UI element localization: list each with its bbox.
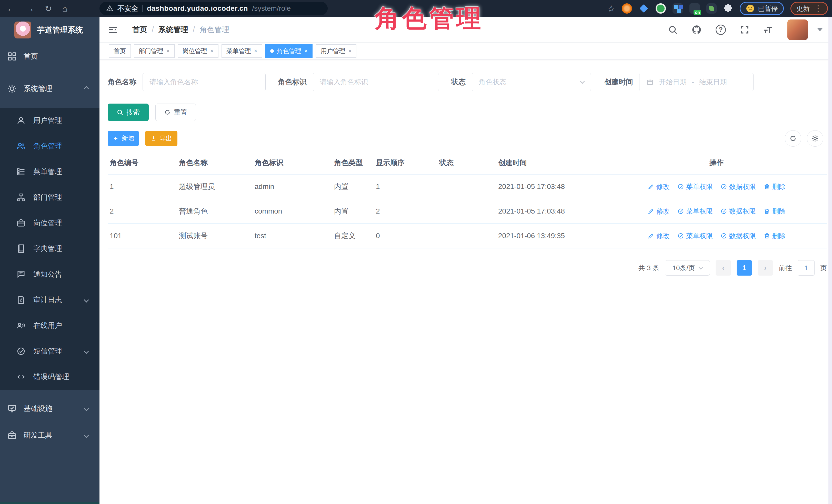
roles-icon (17, 141, 26, 151)
fullscreen-icon[interactable] (740, 25, 749, 35)
cell-role-name: 普通角色 (177, 199, 253, 223)
export-button-label: 导出 (160, 134, 172, 142)
url-host: dashboard.yudao.iocoder.cn (147, 4, 248, 12)
role-name-input[interactable]: 请输入角色名称 (142, 73, 266, 91)
data-permission-link[interactable]: 数据权限 (721, 207, 756, 216)
sidebar-item-error-codes[interactable]: 错误码管理 (0, 364, 100, 390)
avatar-caret-icon[interactable] (817, 28, 823, 31)
breadcrumb-home[interactable]: 首页 (132, 25, 147, 35)
reset-button[interactable]: 重置 (155, 104, 196, 121)
close-icon[interactable]: × (305, 48, 308, 54)
range-separator: - (692, 78, 694, 86)
extension-icon-sprout[interactable] (706, 3, 717, 14)
prev-page-button[interactable]: ‹ (716, 260, 731, 275)
status-select[interactable]: 角色状态 (472, 73, 591, 91)
github-icon[interactable] (692, 25, 702, 35)
role-key-input[interactable]: 请输入角色标识 (313, 73, 439, 91)
sidebar-collapse-icon[interactable] (108, 25, 118, 35)
page-scrollbar[interactable] (828, 17, 832, 504)
help-icon[interactable]: ? (716, 25, 726, 35)
sidebar-item-devtools[interactable]: 研发工具 (0, 422, 100, 449)
tab-roles-active[interactable]: 角色管理 × (265, 44, 313, 58)
sidebar-logo-row[interactable]: 芋道管理系统 (0, 17, 100, 43)
edit-label: 修改 (656, 232, 670, 240)
extensions-puzzle-icon[interactable] (723, 4, 733, 13)
cell-role-id: 2 (108, 199, 177, 223)
delete-label: 删除 (772, 207, 786, 216)
reload-icon[interactable]: ↻ (45, 4, 52, 13)
sidebar-item-posts[interactable]: 岗位管理 (0, 210, 100, 236)
sidebar-item-roles[interactable]: 角色管理 (0, 133, 100, 159)
menu-permission-link[interactable]: 菜单权限 (677, 182, 713, 191)
close-icon[interactable]: × (348, 48, 352, 54)
font-size-icon[interactable] (763, 25, 774, 35)
chevron-down-icon (84, 297, 89, 302)
delete-link[interactable]: 删除 (763, 207, 786, 216)
data-permission-link[interactable]: 数据权限 (721, 182, 756, 191)
sidebar-item-dict[interactable]: 字典管理 (0, 236, 100, 262)
tab-users[interactable]: 用户管理 × (316, 44, 356, 58)
extension-icon-blue-grid[interactable] (673, 3, 683, 14)
search-button[interactable]: 搜索 (108, 104, 149, 121)
edit-link[interactable]: 修改 (648, 232, 670, 240)
date-range-picker[interactable]: 开始日期 - 结束日期 (639, 73, 754, 91)
sidebar-item-notice[interactable]: 通知公告 (0, 262, 100, 287)
address-bar[interactable]: 不安全 dashboard.yudao.iocoder.cn /system/r… (100, 2, 328, 15)
menu-permission-link[interactable]: 菜单权限 (677, 207, 713, 216)
sidebar-item-sms[interactable]: 短信管理 (0, 338, 100, 364)
forward-icon[interactable]: → (26, 4, 34, 13)
sidebar-item-users[interactable]: 用户管理 (0, 108, 100, 133)
user-avatar[interactable] (787, 20, 808, 40)
extension-icon-green[interactable] (656, 3, 666, 14)
extension-icon-orange[interactable] (622, 3, 632, 14)
current-page-button[interactable]: 1 (737, 260, 752, 275)
insecure-label: 不安全 (118, 4, 138, 13)
search-icon[interactable] (668, 25, 678, 35)
back-icon[interactable]: ← (7, 4, 16, 13)
delete-link[interactable]: 删除 (763, 182, 786, 191)
close-icon[interactable]: × (254, 48, 257, 54)
close-icon[interactable]: × (210, 48, 214, 54)
book-icon (17, 244, 26, 253)
tab-home[interactable]: 首页 (109, 44, 131, 58)
data-permission-link[interactable]: 数据权限 (721, 232, 756, 240)
add-button[interactable]: 新增 (108, 131, 139, 146)
delete-link[interactable]: 删除 (763, 232, 786, 240)
sidebar-item-system[interactable]: 系统管理 (0, 75, 100, 102)
tab-menus[interactable]: 菜单管理 × (222, 44, 262, 58)
tab-departments[interactable]: 部门管理 × (134, 44, 175, 58)
cell-role-key: test (253, 223, 332, 248)
goto-page-input[interactable] (798, 260, 814, 275)
sidebar-item-label: 首页 (24, 52, 38, 61)
sidebar-item-home[interactable]: 首页 (0, 43, 100, 70)
refresh-icon (164, 109, 171, 115)
monitor-check-icon (7, 404, 17, 414)
breadcrumb-current: 角色管理 (200, 25, 229, 35)
sidebar-item-departments[interactable]: 部门管理 (0, 185, 100, 210)
next-page-button[interactable]: › (758, 260, 773, 275)
tab-posts[interactable]: 岗位管理 × (178, 44, 218, 58)
home-icon[interactable]: ⌂ (62, 4, 68, 13)
column-header-key: 角色标识 (253, 151, 332, 174)
sidebar-item-infrastructure[interactable]: 基础设施 (0, 395, 100, 422)
bookmark-star-icon[interactable]: ☆ (607, 3, 615, 14)
sidebar-item-online-users[interactable]: 在线用户 (0, 313, 100, 338)
breadcrumb-system[interactable]: 系统管理 (158, 25, 188, 35)
menu-permission-link[interactable]: 菜单权限 (677, 232, 713, 240)
profile-paused-pill[interactable]: 已暂停 (740, 2, 784, 15)
sidebar-item-menus[interactable]: 菜单管理 (0, 159, 100, 185)
refresh-table-button[interactable] (785, 130, 801, 147)
extension-icon-gem[interactable] (639, 3, 649, 14)
cell-role-sort: 2 (374, 199, 437, 223)
edit-link[interactable]: 修改 (648, 182, 670, 191)
sidebar-item-audit-log[interactable]: 审计日志 (0, 287, 100, 313)
chrome-update-pill[interactable]: 更新 ⋮ (790, 2, 828, 15)
export-button[interactable]: 导出 (145, 131, 177, 146)
page-size-select[interactable]: 10条/页 (665, 260, 710, 275)
edit-link[interactable]: 修改 (648, 207, 670, 216)
create-time-label: 创建时间 (604, 77, 633, 87)
column-settings-button[interactable] (807, 130, 823, 147)
extension-icon-dark[interactable]: on (690, 3, 700, 14)
close-icon[interactable]: × (166, 48, 170, 54)
browser-menu-dots-icon[interactable]: ⋮ (814, 5, 822, 12)
